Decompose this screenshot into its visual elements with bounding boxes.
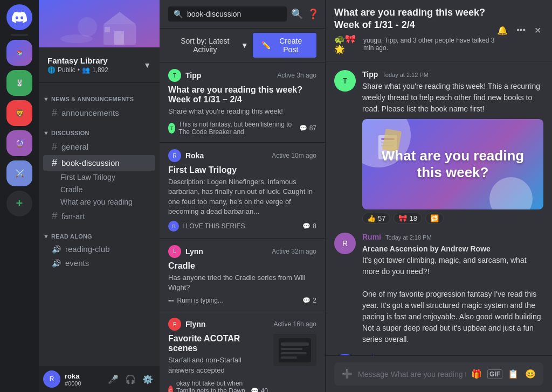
reaction-refresh[interactable]: 🔁 [425, 213, 444, 224]
server-icon-fantasy-library[interactable]: 📚 [6, 40, 32, 66]
discord-home-button[interactable] [6, 4, 32, 30]
hash-icon: # [52, 107, 57, 118]
help-button[interactable]: ❓ [307, 8, 319, 20]
thread-subtitle: Week of 1/31 - 2/4 [334, 19, 415, 30]
server-icon-3[interactable]: 🔮 [6, 130, 32, 156]
category-read-along[interactable]: ▼ READ ALONG [39, 225, 160, 242]
message-input[interactable] [358, 370, 466, 379]
post-meta: T Tipp Active 3h ago [168, 69, 316, 82]
sticker-button[interactable]: 📋 [507, 368, 520, 380]
username: roka [65, 372, 101, 380]
channel-announcements[interactable]: # announcements [43, 105, 155, 121]
message-reactions: 👍 57 🎀 18 🔁 [362, 213, 543, 224]
svg-point-6 [60, 34, 93, 43]
participants-avatars: 🐢🎀🌟 [334, 34, 361, 54]
post-content-main: Favorite ACOTAR scenes Starfall and non-… [168, 334, 268, 392]
message-text: Share what you're reading this week! Thi… [362, 81, 543, 115]
channel-events[interactable]: 🔊 events [43, 256, 155, 270]
reaction-bow[interactable]: 🎀 18 [394, 213, 422, 224]
channel-name: reading-club [65, 244, 110, 254]
hash-icon: # [52, 211, 57, 222]
sub-channel-first-law[interactable]: First Law Trilogy [43, 171, 155, 183]
post-title: Cradle [168, 261, 316, 271]
server-divider [11, 34, 28, 36]
avatar: R [168, 149, 181, 162]
category-news[interactable]: ▼ NEWS & ANNOUNCEMENTS [39, 87, 160, 104]
channel-name: events [65, 258, 89, 268]
thread-header-controls: 🔔 ••• ✕ [495, 23, 543, 38]
channel-name: general [61, 142, 88, 151]
message-content: Rumi Today at 2:18 PM Arcane Ascension b… [362, 233, 543, 345]
post-author: L Lynn [168, 245, 203, 258]
promo-image: What are you reading this week? [362, 119, 543, 209]
svg-rect-3 [114, 31, 124, 45]
post-author: R Roka [168, 149, 204, 162]
chevron-icon: ▼ [43, 96, 49, 102]
post-thumbnail [273, 334, 316, 366]
comment-count: 87 [309, 124, 316, 132]
channel-general[interactable]: # general [43, 139, 155, 155]
category-discussion[interactable]: ▼ DISCUSSION [39, 121, 160, 138]
post-item[interactable]: T Tipp Active 3h ago What are you readin… [160, 62, 325, 143]
post-item[interactable]: R Roka Active 10m ago First Law Trilogy … [160, 143, 325, 239]
channel-fan-art[interactable]: # fan-art [43, 208, 155, 224]
settings-button[interactable]: ⚙️ [140, 372, 155, 387]
server-icon-4[interactable]: ⚔️ [6, 160, 32, 186]
channel-sidebar: Fantasy Library 🌐 Public • 👥 1,892 ▼ ▼ N… [39, 0, 160, 392]
sub-channel-cradle[interactable]: Cradle [43, 184, 155, 195]
more-options-button[interactable]: ••• [514, 23, 528, 37]
category-label: READ ALONG [51, 233, 92, 240]
microphone-button[interactable]: 🎤 [106, 372, 121, 387]
message-item: R Rumi Today at 2:18 PM Arcane Ascension… [326, 228, 552, 349]
chevron-down-icon: ▼ [241, 41, 249, 50]
post-comments: 💬 8 [302, 222, 316, 230]
sub-channel-name: First Law Trilogy [60, 173, 115, 181]
thread-panel: What are you reading this week? Week of … [326, 0, 552, 392]
post-item[interactable]: L Lynn Active 32m ago Cradle Has anyone … [160, 239, 325, 311]
post-reaction: F okay hot take but when Tamlin gets to … [168, 380, 251, 392]
post-author: T Tipp [168, 69, 201, 82]
user-controls: 🎤 🎧 ⚙️ [106, 372, 155, 387]
post-item[interactable]: F Flynn Active 16h ago Favorite ACOTAR s… [160, 311, 325, 392]
author-name: Flynn [185, 320, 205, 328]
close-button[interactable]: ✕ [532, 23, 543, 38]
author-name: Lynn [185, 247, 203, 256]
headphones-button[interactable]: 🎧 [123, 372, 138, 387]
server-icon-2[interactable]: 🦁 [6, 100, 32, 126]
reaction-thumbs-up[interactable]: 👍 57 [362, 213, 390, 224]
post-meta: R Roka Active 10m ago [168, 149, 316, 162]
comment-icon: 💬 [302, 297, 310, 304]
thread-meta: 🐢🎀🌟 yuugu, Tipp, and 3 other people have… [334, 34, 495, 54]
posts-list: T Tipp Active 3h ago What are you readin… [160, 62, 325, 392]
server-header[interactable]: Fantasy Library 🌐 Public • 👥 1,892 ▼ [39, 47, 160, 83]
svg-rect-4 [105, 27, 110, 32]
add-content-button[interactable]: ➕ [341, 368, 354, 380]
category-label: NEWS & ANNOUNCEMENTS [51, 96, 134, 102]
create-post-button[interactable]: ✏️ Create Post [253, 33, 316, 58]
message-author: Rumi [362, 233, 381, 241]
message-time: Today at 2:12 PM [382, 72, 429, 78]
channel-reading-club[interactable]: 🔊 reading-club [43, 242, 155, 256]
notification-button[interactable]: 🔔 [495, 23, 510, 38]
gif-button[interactable]: GIF [487, 369, 502, 379]
search-bar[interactable]: 🔍 [168, 6, 287, 22]
sort-dropdown[interactable]: Sort by: Latest Activity ▼ [168, 34, 253, 56]
post-author: F Flynn [168, 318, 205, 331]
search-input[interactable] [187, 10, 281, 18]
thread-title: What are you reading this week? Week of … [334, 6, 495, 32]
sub-channel-name: What are you reading [60, 198, 133, 206]
gift-button[interactable]: 🎁 [470, 368, 483, 380]
channel-book-discussion[interactable]: # book-discussion [43, 155, 155, 171]
sub-channel-reading[interactable]: What are you reading [43, 196, 155, 208]
search-toggle-button[interactable]: 🔍 [291, 8, 303, 20]
post-excerpt: Starfall and non-Starfall answers accept… [168, 355, 268, 375]
post-footer: F okay hot take but when Tamlin gets to … [168, 380, 268, 392]
post-title: First Law Trilogy [168, 165, 316, 175]
speaker-icon: 🔊 [52, 259, 61, 268]
user-info: roka #0000 [65, 372, 101, 387]
add-server-button[interactable]: + [6, 191, 32, 216]
channel-name: book-discussion [61, 158, 120, 167]
emoji-button[interactable]: 😊 [524, 368, 537, 380]
server-icon-1[interactable]: 🐰 [6, 70, 32, 96]
author-name: Roka [185, 151, 204, 160]
